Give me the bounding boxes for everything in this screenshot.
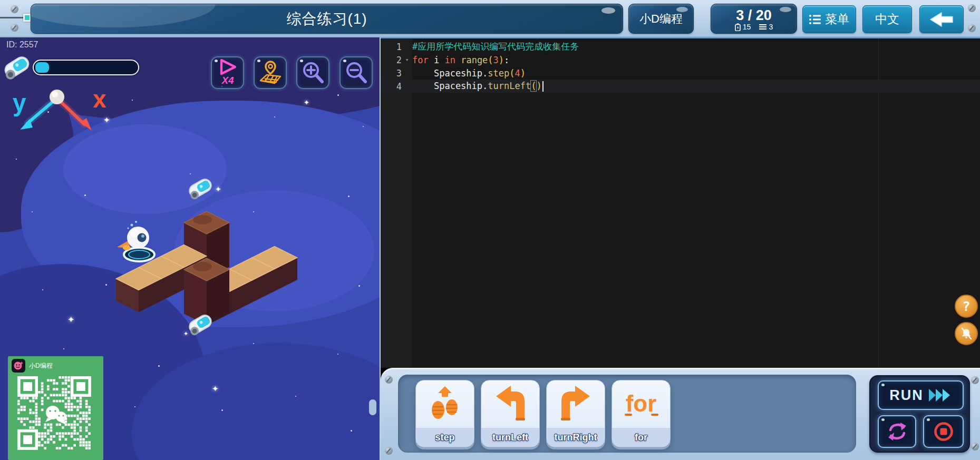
screw-icon xyxy=(971,376,979,384)
block-tray: stepturnLeftturnRightforfor xyxy=(398,375,856,453)
qr-card: 小D编程 xyxy=(8,356,103,460)
screw-icon xyxy=(385,447,393,455)
back-button[interactable] xyxy=(919,5,964,33)
run-controls: RUN xyxy=(869,375,970,453)
gloss-highlight xyxy=(676,7,688,12)
code-text: for i in range(3): xyxy=(412,55,509,65)
page-title: 综合练习(1) xyxy=(286,9,367,29)
connector-line xyxy=(0,17,24,18)
energy-progress-bar xyxy=(33,60,139,75)
toolbox-panel: stepturnLeftturnRightforfor RUN xyxy=(381,368,980,460)
app-name-label: 小D编程 xyxy=(639,11,683,27)
qr-app-icon xyxy=(12,359,25,373)
steps-icon xyxy=(759,24,766,30)
session-id: ID: 2557 xyxy=(6,40,38,50)
qr-code xyxy=(16,375,96,455)
code-line-row[interactable]: 1#应用所学代码知识编写代码完成收集任务 xyxy=(381,40,980,53)
help-button[interactable]: ? xyxy=(955,295,978,318)
code-line-row[interactable]: 3 Spaceship.step(4) xyxy=(381,66,980,80)
zoom-in-icon xyxy=(302,61,325,84)
run-label: RUN xyxy=(889,387,924,404)
connector-node xyxy=(23,14,31,22)
energy-icon xyxy=(735,23,741,31)
screw-icon xyxy=(11,24,18,32)
top-bar: 综合练习(1) 小D编程 3 / 20 15 xyxy=(0,0,980,37)
fold-caret-icon[interactable]: ▾ xyxy=(402,56,412,63)
block-label: step xyxy=(416,428,474,447)
line-number: 3 xyxy=(381,68,402,79)
svg-text:X4: X4 xyxy=(221,75,234,85)
code-text: Spaceship.turnLeft() xyxy=(412,81,544,92)
menu-label: 菜单 xyxy=(825,11,849,27)
reset-icon xyxy=(886,421,908,442)
block-card-turnLeft[interactable]: turnLeft xyxy=(481,380,540,447)
reset-button[interactable] xyxy=(878,415,916,448)
block-count: 3 xyxy=(769,23,773,31)
panel-divider[interactable] xyxy=(380,37,381,460)
energy-progress-fill xyxy=(35,62,49,73)
svg-text:for: for xyxy=(626,390,657,416)
stop-button[interactable] xyxy=(923,415,964,448)
level-total: 20 xyxy=(756,7,772,23)
bell-slash-icon xyxy=(959,327,973,340)
block-label: turnLeft xyxy=(481,428,539,447)
line-number: 1 xyxy=(381,42,402,52)
run-fastforward-icon xyxy=(929,388,952,402)
app-name-button[interactable]: 小D编程 xyxy=(628,4,694,34)
code-editor[interactable]: 1#应用所学代码知识编写代码完成收集任务2▾for i in range(3):… xyxy=(381,37,980,368)
block-label: for xyxy=(612,428,670,447)
step-icon xyxy=(416,380,474,428)
language-button[interactable]: 中文 xyxy=(862,5,912,33)
menu-button[interactable]: 菜单 xyxy=(802,5,856,33)
screw-icon xyxy=(11,5,18,13)
block-card-step[interactable]: step xyxy=(415,380,474,447)
code-line-row[interactable]: 2▾for i in range(3): xyxy=(381,53,980,66)
line-number: 2 xyxy=(381,55,402,65)
menu-list-icon xyxy=(809,14,821,25)
screw-icon xyxy=(968,4,976,12)
level-progress-button[interactable]: 3 / 20 15 3 xyxy=(711,4,797,34)
speed-x4-icon: X4 xyxy=(216,58,239,87)
text-cursor xyxy=(542,81,544,92)
level-current: 3 xyxy=(736,7,744,23)
turn-left-icon xyxy=(481,380,539,428)
screw-icon xyxy=(385,376,393,384)
code-text: Spaceship.step(4) xyxy=(412,68,526,79)
code-text: #应用所学代码知识编写代码完成收集任务 xyxy=(412,41,579,53)
for-icon: for xyxy=(612,380,670,428)
block-label: turnRight xyxy=(547,428,605,447)
app-root: 综合练习(1) 小D编程 3 / 20 15 xyxy=(0,0,980,460)
mute-bell-button[interactable] xyxy=(955,322,978,345)
battery-icon xyxy=(1,50,34,83)
map-button[interactable] xyxy=(254,56,287,89)
zoom-in-button[interactable] xyxy=(296,56,329,89)
block-card-turnRight[interactable]: turnRight xyxy=(546,380,605,447)
code-rows: 1#应用所学代码知识编写代码完成收集任务2▾for i in range(3):… xyxy=(381,40,980,93)
level-title-plate: 综合练习(1) xyxy=(31,4,623,34)
level-separator: / xyxy=(748,7,752,23)
gloss-highlight xyxy=(780,7,791,12)
back-arrow-icon xyxy=(929,12,954,27)
game-viewport[interactable]: ID: 2557 X4 xyxy=(0,37,380,460)
energy-count: 15 xyxy=(743,23,751,31)
speed-button[interactable]: X4 xyxy=(211,56,244,89)
level-progress: 3 / 20 xyxy=(736,8,772,23)
panel-resize-handle[interactable] xyxy=(369,399,376,415)
zoom-out-button[interactable] xyxy=(339,56,373,89)
stop-icon xyxy=(933,421,954,442)
block-card-for[interactable]: forfor xyxy=(612,380,671,447)
run-button[interactable]: RUN xyxy=(878,380,964,410)
screw-icon xyxy=(968,24,976,32)
qr-app-name: 小D编程 xyxy=(29,361,53,370)
code-line-row[interactable]: 4 Spaceship.turnLeft() xyxy=(381,80,980,93)
turn-right-icon xyxy=(547,380,605,428)
smiley-icon xyxy=(13,360,24,371)
zoom-out-icon xyxy=(345,61,368,84)
line-number: 4 xyxy=(381,81,402,92)
screw-icon xyxy=(971,443,979,451)
map-icon xyxy=(258,61,283,85)
language-label: 中文 xyxy=(875,11,899,27)
